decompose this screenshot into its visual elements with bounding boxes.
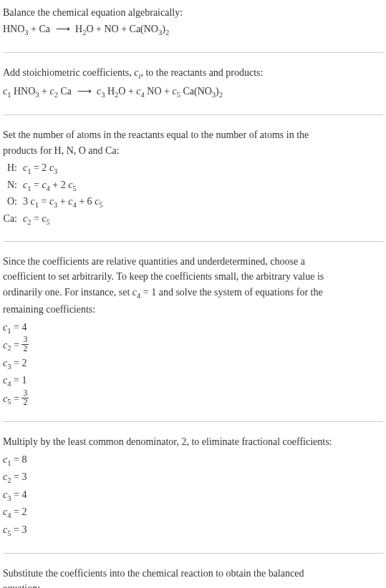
section-add-coefficients: Add stoichiometric coefficients, ci, to …: [3, 66, 383, 115]
coef-row: c3 = 2: [3, 356, 383, 373]
atom-balance-table: H: c1 = 2 c3 N: c1 = c4 + 2 c5 O: 3 c1 =…: [3, 160, 383, 227]
balance-intro-1: Set the number of atoms in the reactants…: [3, 128, 383, 142]
atom-row-n: N: c1 = c4 + 2 c5: [3, 177, 383, 195]
atom-label: H:: [3, 160, 23, 177]
atom-row-ca: Ca: c2 = c5: [3, 211, 383, 228]
section-answer: Substitute the coefficients into the che…: [3, 567, 383, 588]
atom-equation: c1 = c4 + 2 c5: [23, 177, 383, 195]
coef-row: c5 = 3: [3, 522, 383, 540]
section-multiply-lcm: Multiply by the least common denominator…: [3, 435, 383, 554]
atom-equation: c1 = 2 c3: [23, 160, 383, 177]
coef-row: c1 = 4: [3, 320, 383, 338]
atom-label: N:: [3, 177, 23, 195]
atom-row-h: H: c1 = 2 c3: [3, 160, 383, 177]
initial-coef-list: c1 = 4 c2 = 32 c3 = 2 c4 = 1 c5 = 32: [3, 320, 383, 408]
answer-intro-1: Substitute the coefficients into the che…: [3, 567, 383, 581]
solve-intro-3: ordinarily one. For instance, set c4 = 1…: [3, 285, 383, 301]
coef-row: c4 = 2: [3, 504, 383, 522]
coef-row: c2 = 32: [3, 337, 383, 355]
coef-row: c2 = 3: [3, 469, 383, 487]
atom-equation: 3 c1 = c3 + c4 + 6 c5: [23, 194, 383, 211]
coef-equation: c1 HNO3 + c2 Ca ⟶ c3 H2O + c4 NO + c5 Ca…: [3, 84, 383, 101]
atom-row-o: O: 3 c1 = c3 + c4 + 6 c5: [3, 194, 383, 211]
solve-intro-2: coefficient to set arbitrarily. To keep …: [3, 270, 383, 284]
atom-equation: c2 = c5: [23, 211, 383, 228]
final-coef-list: c1 = 8 c2 = 3 c3 = 4 c4 = 2 c5 = 3: [3, 452, 383, 540]
atom-label: Ca:: [3, 211, 23, 228]
problem-statement: Balance the chemical equation algebraica…: [3, 6, 383, 20]
unbalanced-equation: HNO3 + Ca ⟶ H2O + NO + Ca(NO3)2: [3, 21, 383, 39]
coef-row: c3 = 4: [3, 487, 383, 505]
section-solve-initial: Since the coefficients are relative quan…: [3, 255, 383, 422]
lcm-intro: Multiply by the least common denominator…: [3, 435, 383, 449]
balance-intro-2: products for H, N, O and Ca:: [3, 144, 383, 158]
section-problem: Balance the chemical equation algebraica…: [3, 6, 383, 53]
section-atom-balance: Set the number of atoms in the reactants…: [3, 128, 383, 241]
coef-row: c5 = 32: [3, 391, 383, 408]
solve-intro-1: Since the coefficients are relative quan…: [3, 255, 383, 269]
atom-label: O:: [3, 194, 23, 211]
add-coef-text: Add stoichiometric coefficients, ci, to …: [3, 66, 383, 82]
coef-row: c4 = 1: [3, 373, 383, 391]
answer-intro-2: equation:: [3, 582, 383, 588]
coef-row: c1 = 8: [3, 452, 383, 470]
solve-intro-4: remaining coefficients:: [3, 303, 383, 317]
